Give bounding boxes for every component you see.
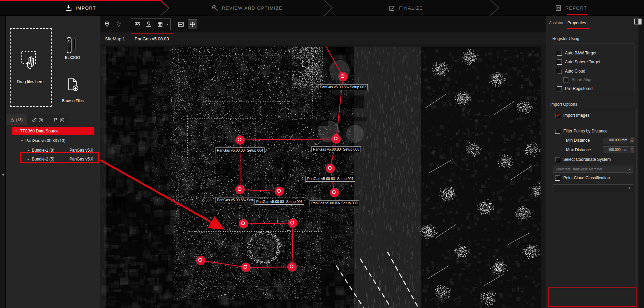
tab-pangas[interactable]: PanGas v5.00.83: [130, 33, 174, 45]
document-tabs: SiteMap 1 PanGas v5.00.83: [100, 33, 546, 45]
option-smart-align[interactable]: Smart Align: [563, 76, 592, 83]
option-label: Import Images: [563, 113, 590, 118]
checkbox[interactable]: [555, 176, 560, 181]
expander-icon[interactable]: ▸: [26, 149, 30, 152]
setup-marker[interactable]: [236, 185, 245, 194]
max-distance-input[interactable]: 100.000 mm: [603, 146, 629, 153]
setup-marker[interactable]: [288, 219, 297, 228]
browse-files-button[interactable]: [66, 77, 80, 92]
setup-label: PanGas v5.00.83- Setup 006: [254, 199, 304, 205]
expander-icon[interactable]: ▾: [14, 129, 18, 133]
fit-view-icon[interactable]: [188, 20, 197, 29]
option-point-cloud-classification[interactable]: Point Cloud Classification: [555, 175, 610, 181]
marker-ring: [290, 221, 294, 224]
image-view-icon[interactable]: [176, 20, 186, 29]
setup-marker[interactable]: [326, 164, 335, 173]
option-label: Auto Cloud: [565, 69, 585, 74]
setup-marker[interactable]: [275, 187, 284, 196]
setup-marker[interactable]: [339, 72, 347, 81]
tree-item-pangas[interactable]: ▾ PanGas v5.00.83 (13): [6, 136, 100, 145]
tab-count: (0): [60, 118, 64, 122]
doc-tab-label: SiteMap 1: [105, 36, 125, 41]
option-auto-cloud[interactable]: Auto Cloud: [557, 68, 585, 75]
report-icon: [555, 4, 562, 12]
marker-ring: [290, 265, 293, 268]
setup-marker[interactable]: [330, 188, 339, 197]
checkbox[interactable]: [557, 60, 562, 65]
setup-label: PanGas v5.00.83- Setup 002: [318, 84, 368, 90]
min-distance-input[interactable]: 100.000 mm: [603, 137, 629, 143]
collapse-panel-icon[interactable]: ◄: [1, 172, 4, 176]
tab-count: (13): [16, 118, 23, 122]
pano-view-icon[interactable]: [133, 20, 142, 29]
workflow-chevrons: [0, 0, 644, 16]
panel-layout-toggle[interactable]: [633, 17, 642, 26]
tab-sitemap-1[interactable]: SiteMap 1: [100, 33, 130, 45]
min-distance-stepper[interactable]: ▲▼: [630, 137, 634, 143]
paperclip-icon: [32, 117, 37, 122]
setup-label: PanGas v5.00.83- Setup 004: [215, 147, 265, 153]
tab-flags[interactable]: (0): [48, 114, 69, 125]
setup-marker[interactable]: [241, 263, 250, 272]
checkbox[interactable]: [555, 129, 560, 134]
tab-attachments[interactable]: (9): [27, 114, 48, 125]
step-report[interactable]: REPORT: [555, 0, 587, 16]
option-import-images[interactable]: Import Images: [555, 112, 590, 119]
setup-marker[interactable]: [236, 136, 245, 144]
step-up-icon[interactable]: ▲: [630, 137, 634, 140]
tree-item-bundle-1[interactable]: ▸ Bundle-1 (8) PanGas v5.0: [6, 146, 100, 155]
marker-ring: [277, 189, 281, 193]
grid-view-icon[interactable]: [156, 20, 165, 29]
add-setup-disabled-icon[interactable]: [114, 20, 123, 29]
setup-marker[interactable]: [239, 219, 248, 228]
tree-item-rtc360-data-source[interactable]: ▾ RTC360 Data Source: [6, 127, 100, 136]
step-down-icon[interactable]: ▼: [630, 150, 634, 153]
import-options-title: Import Options: [550, 102, 577, 107]
option-filter-points[interactable]: Filter Points by Distance: [555, 128, 607, 134]
tab-warnings[interactable]: ⚠ (13): [6, 114, 27, 125]
warning-icon: ⚠: [10, 117, 14, 123]
add-setup-icon[interactable]: [102, 20, 112, 29]
view-dropdown-chevron-icon[interactable]: ▾: [167, 23, 169, 26]
sitemap-canvas-area: PanGas v5.00.83- Setup 002PanGas v5.00.8…: [100, 47, 541, 308]
option-pre-registered[interactable]: Pre-Registered: [557, 85, 593, 92]
tree-item-bundle-2[interactable]: ▸ Bundle-2 (5) PanGas v5.0: [6, 155, 100, 164]
coordinate-system-dropdown[interactable]: Universal Transverse Mercator ▾: [553, 166, 633, 173]
step-up-icon[interactable]: ▲: [630, 146, 634, 150]
setup-label: PanGas v5.00.83- Setup 008: [310, 200, 359, 206]
classification-dropdown[interactable]: ▾: [553, 184, 633, 191]
tab-assistant[interactable]: Assistant: [549, 21, 566, 25]
max-distance-stepper[interactable]: ▲▼: [630, 146, 634, 153]
expander-icon[interactable]: ▾: [20, 139, 24, 142]
blk2go-device-icon[interactable]: [67, 37, 76, 53]
checkbox[interactable]: [555, 157, 560, 162]
option-auto-sphere-target[interactable]: Auto Sphere Target: [557, 59, 600, 65]
tree-item-label: RTC360 Data Source: [19, 129, 59, 133]
map-view-icon[interactable]: [144, 20, 153, 29]
marker-ring: [332, 190, 336, 194]
checkbox[interactable]: [557, 51, 562, 56]
step-finalize[interactable]: FINALIZE: [389, 0, 423, 16]
device-bar: [74, 38, 76, 51]
checkbox[interactable]: [563, 77, 568, 82]
expander-icon[interactable]: ▸: [26, 157, 30, 161]
view-mode-group: ▾: [131, 18, 171, 30]
tree-item-suffix: PanGas v5.0: [69, 157, 93, 162]
right-edge-strip: [639, 16, 644, 308]
checkbox[interactable]: [557, 86, 562, 91]
option-coordinate-system[interactable]: Select Coordinate System: [555, 156, 611, 163]
tab-properties[interactable]: Properties: [567, 21, 586, 25]
checkbox[interactable]: [555, 113, 560, 118]
setup-marker[interactable]: [288, 262, 297, 271]
import-options-group: [552, 109, 636, 286]
step-review-and-optimize[interactable]: REVIEW AND OPTIMIZE: [211, 0, 282, 16]
drag-files-label: Drag files here.: [11, 79, 51, 84]
import-icon: [65, 4, 72, 12]
option-auto-bw-target[interactable]: Auto B&W Target: [557, 50, 596, 56]
setup-marker[interactable]: [332, 134, 341, 143]
checkbox[interactable]: [557, 69, 562, 74]
step-down-icon[interactable]: ▼: [630, 140, 634, 144]
step-import[interactable]: IMPORT: [65, 0, 96, 16]
setup-marker[interactable]: [196, 256, 205, 265]
drag-drop-zone[interactable]: Drag files here.: [10, 28, 52, 107]
